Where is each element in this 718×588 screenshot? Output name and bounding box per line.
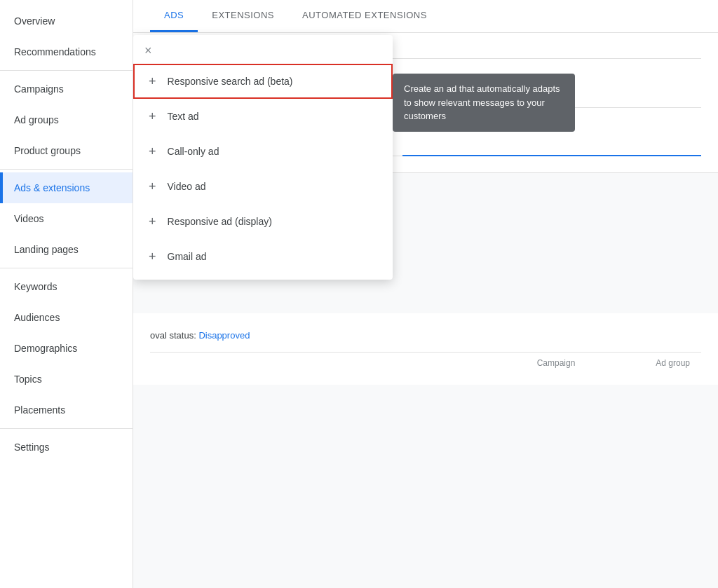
sidebar-divider-2 bbox=[0, 169, 133, 170]
sidebar-item-label: Topics bbox=[14, 374, 42, 385]
sidebar-item-demographics[interactable]: Demographics bbox=[0, 333, 133, 364]
tabs-bar: ADS EXTENSIONS AUTOMATED EXTENSIONS bbox=[133, 0, 718, 33]
plus-icon: + bbox=[149, 145, 156, 158]
dropdown-close-row: × bbox=[133, 35, 393, 64]
tab-ads[interactable]: ADS bbox=[150, 0, 198, 32]
sidebar-divider-3 bbox=[0, 268, 133, 268]
sidebar-item-topics[interactable]: Topics bbox=[0, 364, 133, 395]
tab-automated-extensions[interactable]: AUTOMATED EXTENSIONS bbox=[288, 0, 441, 32]
dropdown-item-responsive-ad-display[interactable]: + Responsive ad (display) bbox=[133, 204, 393, 239]
approval-row: oval status: Disapproved bbox=[150, 324, 701, 341]
approval-prefix: oval status: bbox=[150, 330, 198, 341]
dropdown-item-gmail-ad[interactable]: + Gmail ad bbox=[133, 239, 393, 274]
dropdown-item-text-ad[interactable]: + Text ad bbox=[133, 99, 393, 134]
plus-icon: + bbox=[149, 110, 156, 123]
sidebar-item-landing-pages[interactable]: Landing pages bbox=[0, 234, 133, 265]
sidebar-item-videos[interactable]: Videos bbox=[0, 203, 133, 234]
sidebar-item-keywords[interactable]: Keywords bbox=[0, 271, 133, 302]
sidebar-item-label: Audiences bbox=[14, 312, 60, 323]
sidebar-item-ads-extensions[interactable]: Ads & extensions bbox=[0, 172, 133, 203]
sidebar-item-product-groups[interactable]: Product groups bbox=[0, 135, 133, 166]
sidebar-item-audiences[interactable]: Audiences bbox=[0, 302, 133, 333]
table-header-campaign: Campaign bbox=[472, 358, 587, 368]
dropdown-item-label: Video ad bbox=[168, 181, 206, 192]
sidebar-item-recommendations[interactable]: Recommendations bbox=[0, 36, 133, 67]
sidebar-item-label: Overview bbox=[14, 15, 55, 27]
table-header-empty bbox=[150, 358, 472, 368]
dropdown-item-label: Text ad bbox=[168, 111, 199, 122]
sidebar-divider-4 bbox=[0, 428, 133, 429]
table-header: Campaign Ad group bbox=[150, 352, 701, 374]
sidebar-item-label: Videos bbox=[14, 213, 44, 224]
dropdown-item-label: Gmail ad bbox=[168, 251, 207, 262]
sidebar-item-label: Ads & extensions bbox=[14, 182, 90, 193]
main-content: ADS EXTENSIONS AUTOMATED EXTENSIONS 2 1 … bbox=[133, 0, 718, 588]
chart-blue-line bbox=[402, 155, 701, 156]
sidebar-item-label: Settings bbox=[14, 442, 50, 453]
plus-icon: + bbox=[149, 180, 156, 193]
plus-icon: + bbox=[149, 215, 156, 228]
dropdown-item-label: Call-only ad bbox=[168, 146, 219, 157]
sidebar-item-campaigns[interactable]: Campaigns bbox=[0, 74, 133, 104]
content-area: oval status: Disapproved Campaign Ad gro… bbox=[133, 313, 718, 385]
dropdown-item-label: Responsive search ad (beta) bbox=[168, 76, 293, 87]
sidebar-item-settings[interactable]: Settings bbox=[0, 432, 133, 463]
table-header-ad-group: Ad group bbox=[586, 358, 701, 368]
sidebar-item-label: Keywords bbox=[14, 281, 57, 292]
dropdown-item-responsive-search-ad[interactable]: + Responsive search ad (beta) bbox=[133, 64, 393, 99]
tooltip: Create an ad that automatically adapts t… bbox=[393, 74, 575, 132]
sidebar-item-label: Demographics bbox=[14, 343, 77, 354]
tab-extensions[interactable]: EXTENSIONS bbox=[198, 0, 288, 32]
dropdown-item-video-ad[interactable]: + Video ad bbox=[133, 169, 393, 204]
approval-status: Disapproved bbox=[198, 330, 250, 341]
dropdown-item-call-only-ad[interactable]: + Call-only ad bbox=[133, 134, 393, 169]
sidebar-item-ad-groups[interactable]: Ad groups bbox=[0, 104, 133, 135]
sidebar-item-label: Ad groups bbox=[14, 114, 59, 125]
sidebar-item-overview[interactable]: Overview bbox=[0, 6, 133, 36]
sidebar-item-label: Campaigns bbox=[14, 83, 64, 95]
sidebar: Overview Recommendations Campaigns Ad gr… bbox=[0, 0, 133, 588]
dropdown-item-label: Responsive ad (display) bbox=[168, 216, 272, 227]
plus-icon: + bbox=[149, 75, 156, 88]
sidebar-item-placements[interactable]: Placements bbox=[0, 395, 133, 425]
sidebar-item-label: Recommendations bbox=[14, 46, 96, 57]
plus-icon: + bbox=[149, 250, 156, 263]
tooltip-text: Create an ad that automatically adapts t… bbox=[404, 83, 560, 121]
sidebar-item-label: Landing pages bbox=[14, 244, 79, 255]
ad-type-dropdown: × + Responsive search ad (beta) + Text a… bbox=[133, 35, 393, 280]
sidebar-item-label: Placements bbox=[14, 404, 65, 416]
sidebar-item-label: Product groups bbox=[14, 145, 81, 156]
sidebar-divider bbox=[0, 70, 133, 71]
close-icon[interactable]: × bbox=[144, 43, 152, 58]
